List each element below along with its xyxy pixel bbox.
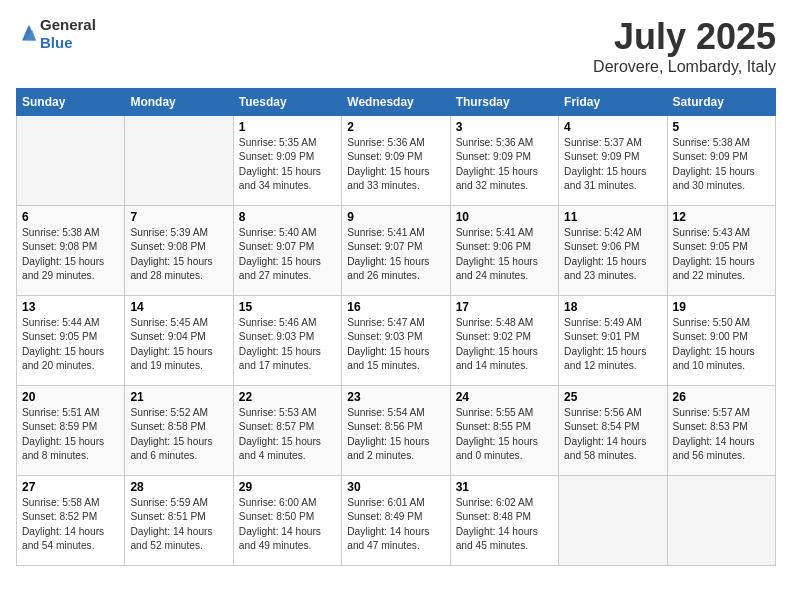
day-number: 26: [673, 390, 770, 404]
day-number: 24: [456, 390, 553, 404]
day-number: 23: [347, 390, 444, 404]
calendar-cell: 17Sunrise: 5:48 AMSunset: 9:02 PMDayligh…: [450, 296, 558, 386]
day-info: Sunrise: 5:44 AMSunset: 9:05 PMDaylight:…: [22, 316, 119, 373]
calendar-cell: 11Sunrise: 5:42 AMSunset: 9:06 PMDayligh…: [559, 206, 667, 296]
day-number: 7: [130, 210, 227, 224]
calendar-cell: 21Sunrise: 5:52 AMSunset: 8:58 PMDayligh…: [125, 386, 233, 476]
day-info: Sunrise: 5:58 AMSunset: 8:52 PMDaylight:…: [22, 496, 119, 553]
day-of-week-header: Tuesday: [233, 89, 341, 116]
day-info: Sunrise: 5:48 AMSunset: 9:02 PMDaylight:…: [456, 316, 553, 373]
calendar-header-row: SundayMondayTuesdayWednesdayThursdayFrid…: [17, 89, 776, 116]
calendar-cell: 23Sunrise: 5:54 AMSunset: 8:56 PMDayligh…: [342, 386, 450, 476]
day-number: 8: [239, 210, 336, 224]
calendar-cell: 12Sunrise: 5:43 AMSunset: 9:05 PMDayligh…: [667, 206, 775, 296]
day-info: Sunrise: 5:43 AMSunset: 9:05 PMDaylight:…: [673, 226, 770, 283]
day-info: Sunrise: 5:49 AMSunset: 9:01 PMDaylight:…: [564, 316, 661, 373]
calendar-cell: 14Sunrise: 5:45 AMSunset: 9:04 PMDayligh…: [125, 296, 233, 386]
day-info: Sunrise: 5:47 AMSunset: 9:03 PMDaylight:…: [347, 316, 444, 373]
day-info: Sunrise: 5:38 AMSunset: 9:08 PMDaylight:…: [22, 226, 119, 283]
day-number: 16: [347, 300, 444, 314]
calendar-cell: 7Sunrise: 5:39 AMSunset: 9:08 PMDaylight…: [125, 206, 233, 296]
day-info: Sunrise: 5:42 AMSunset: 9:06 PMDaylight:…: [564, 226, 661, 283]
title-block: July 2025 Derovere, Lombardy, Italy: [593, 16, 776, 76]
calendar-cell: 30Sunrise: 6:01 AMSunset: 8:49 PMDayligh…: [342, 476, 450, 566]
calendar-cell: 15Sunrise: 5:46 AMSunset: 9:03 PMDayligh…: [233, 296, 341, 386]
day-number: 11: [564, 210, 661, 224]
day-number: 1: [239, 120, 336, 134]
day-info: Sunrise: 5:36 AMSunset: 9:09 PMDaylight:…: [456, 136, 553, 193]
day-of-week-header: Thursday: [450, 89, 558, 116]
calendar-cell: 5Sunrise: 5:38 AMSunset: 9:09 PMDaylight…: [667, 116, 775, 206]
day-of-week-header: Monday: [125, 89, 233, 116]
day-info: Sunrise: 5:36 AMSunset: 9:09 PMDaylight:…: [347, 136, 444, 193]
day-info: Sunrise: 5:38 AMSunset: 9:09 PMDaylight:…: [673, 136, 770, 193]
day-number: 27: [22, 480, 119, 494]
day-number: 14: [130, 300, 227, 314]
logo-general: General: [40, 16, 96, 34]
day-number: 2: [347, 120, 444, 134]
calendar-cell: 16Sunrise: 5:47 AMSunset: 9:03 PMDayligh…: [342, 296, 450, 386]
calendar-table: SundayMondayTuesdayWednesdayThursdayFrid…: [16, 88, 776, 566]
day-info: Sunrise: 5:39 AMSunset: 9:08 PMDaylight:…: [130, 226, 227, 283]
logo-blue: Blue: [40, 34, 96, 52]
calendar-cell: 20Sunrise: 5:51 AMSunset: 8:59 PMDayligh…: [17, 386, 125, 476]
calendar-cell: 22Sunrise: 5:53 AMSunset: 8:57 PMDayligh…: [233, 386, 341, 476]
calendar-cell: 1Sunrise: 5:35 AMSunset: 9:09 PMDaylight…: [233, 116, 341, 206]
day-info: Sunrise: 5:35 AMSunset: 9:09 PMDaylight:…: [239, 136, 336, 193]
day-number: 9: [347, 210, 444, 224]
calendar-cell: 19Sunrise: 5:50 AMSunset: 9:00 PMDayligh…: [667, 296, 775, 386]
day-number: 3: [456, 120, 553, 134]
calendar-cell: 28Sunrise: 5:59 AMSunset: 8:51 PMDayligh…: [125, 476, 233, 566]
day-number: 17: [456, 300, 553, 314]
day-info: Sunrise: 5:37 AMSunset: 9:09 PMDaylight:…: [564, 136, 661, 193]
day-number: 20: [22, 390, 119, 404]
calendar-week-row: 20Sunrise: 5:51 AMSunset: 8:59 PMDayligh…: [17, 386, 776, 476]
day-number: 12: [673, 210, 770, 224]
calendar-week-row: 6Sunrise: 5:38 AMSunset: 9:08 PMDaylight…: [17, 206, 776, 296]
day-number: 19: [673, 300, 770, 314]
day-number: 22: [239, 390, 336, 404]
day-info: Sunrise: 5:40 AMSunset: 9:07 PMDaylight:…: [239, 226, 336, 283]
calendar-cell: 29Sunrise: 6:00 AMSunset: 8:50 PMDayligh…: [233, 476, 341, 566]
calendar-cell: 13Sunrise: 5:44 AMSunset: 9:05 PMDayligh…: [17, 296, 125, 386]
calendar-cell: [17, 116, 125, 206]
day-number: 18: [564, 300, 661, 314]
calendar-cell: 2Sunrise: 5:36 AMSunset: 9:09 PMDaylight…: [342, 116, 450, 206]
calendar-week-row: 13Sunrise: 5:44 AMSunset: 9:05 PMDayligh…: [17, 296, 776, 386]
logo: General Blue: [16, 16, 96, 52]
day-of-week-header: Wednesday: [342, 89, 450, 116]
page-header: General Blue July 2025 Derovere, Lombard…: [16, 16, 776, 76]
day-info: Sunrise: 5:52 AMSunset: 8:58 PMDaylight:…: [130, 406, 227, 463]
day-info: Sunrise: 5:50 AMSunset: 9:00 PMDaylight:…: [673, 316, 770, 373]
day-info: Sunrise: 6:01 AMSunset: 8:49 PMDaylight:…: [347, 496, 444, 553]
day-number: 30: [347, 480, 444, 494]
day-info: Sunrise: 5:55 AMSunset: 8:55 PMDaylight:…: [456, 406, 553, 463]
calendar-cell: 4Sunrise: 5:37 AMSunset: 9:09 PMDaylight…: [559, 116, 667, 206]
day-number: 21: [130, 390, 227, 404]
calendar-cell: 10Sunrise: 5:41 AMSunset: 9:06 PMDayligh…: [450, 206, 558, 296]
calendar-cell: 31Sunrise: 6:02 AMSunset: 8:48 PMDayligh…: [450, 476, 558, 566]
day-number: 13: [22, 300, 119, 314]
day-number: 29: [239, 480, 336, 494]
day-info: Sunrise: 5:46 AMSunset: 9:03 PMDaylight:…: [239, 316, 336, 373]
day-number: 6: [22, 210, 119, 224]
calendar-cell: 26Sunrise: 5:57 AMSunset: 8:53 PMDayligh…: [667, 386, 775, 476]
logo-icon: [20, 23, 38, 45]
day-number: 5: [673, 120, 770, 134]
day-info: Sunrise: 5:56 AMSunset: 8:54 PMDaylight:…: [564, 406, 661, 463]
month-title: July 2025: [593, 16, 776, 58]
day-info: Sunrise: 5:57 AMSunset: 8:53 PMDaylight:…: [673, 406, 770, 463]
location-title: Derovere, Lombardy, Italy: [593, 58, 776, 76]
calendar-cell: [125, 116, 233, 206]
day-info: Sunrise: 5:41 AMSunset: 9:07 PMDaylight:…: [347, 226, 444, 283]
day-info: Sunrise: 6:02 AMSunset: 8:48 PMDaylight:…: [456, 496, 553, 553]
logo-text: General Blue: [40, 16, 96, 52]
day-number: 31: [456, 480, 553, 494]
calendar-week-row: 27Sunrise: 5:58 AMSunset: 8:52 PMDayligh…: [17, 476, 776, 566]
day-info: Sunrise: 5:54 AMSunset: 8:56 PMDaylight:…: [347, 406, 444, 463]
day-number: 28: [130, 480, 227, 494]
calendar-cell: [559, 476, 667, 566]
calendar-week-row: 1Sunrise: 5:35 AMSunset: 9:09 PMDaylight…: [17, 116, 776, 206]
day-of-week-header: Sunday: [17, 89, 125, 116]
day-number: 10: [456, 210, 553, 224]
